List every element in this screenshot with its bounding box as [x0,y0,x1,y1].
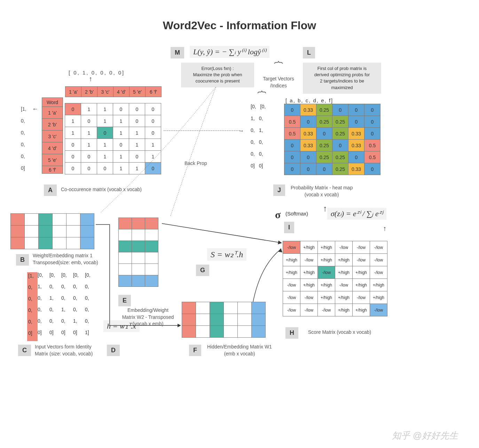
tag-c: C [18,345,31,356]
a-col-headers: 1 'a'2 'b'3 'c'4 'd'5 'e'6 'f' [65,86,162,97]
tag-d: D [107,345,120,356]
j-left-cols: [0,[0,1,0,0,1,0,0,0,0,0]0] [251,104,266,175]
watermark: 知乎 @好好先生 [392,430,458,442]
left-vector: [1,0,0,0,0,0] [21,106,26,177]
l-caption: First col of prob matrix is derived opti… [303,63,381,94]
j-col-labels: [ a, b, c, d, e, f] [285,97,333,103]
formula-softmax: σ(zᵢ) = eᶻⁱ / ∑ⱼ eᶻʲ [327,208,386,220]
e-matrix [118,218,158,287]
b-caption: Weight/Embedding matrix 1 Transposed(siz… [33,252,98,266]
tag-j: J [273,184,285,196]
tag-l: L [303,47,315,58]
a-matrix: 011000101100110110011011001101000110 [65,103,161,174]
h-caption: Score Matrix (vocab x vocab) [308,329,371,336]
formula-loss: L(y, ŷ) = − ∑ᵢ y⁽ⁱ⁾ logŷ⁽ⁱ⁾ [190,46,269,58]
f-matrix [182,302,266,338]
tag-a: A [44,184,57,196]
arrow-right-icon: → [238,128,244,134]
j-matrix: 00.330.250000.500.250.25000.50.3300.250.… [284,104,380,175]
f-caption: Hidden/Embedding Matrix W1 (emb x vocab) [207,344,272,357]
a-row-labels: Word1 'a'2 'b'3 'c'4 'd'5 'e'6 'f' [42,97,63,174]
loss-note: Error(Loss fxn) : Maximize the prob when… [181,63,254,87]
target-label: Target Vectors /Indices [258,76,299,89]
tag-b: B [16,254,29,266]
softmax-label: (Softmax) [285,211,308,217]
arrow-left-icon: ← [32,105,38,113]
top-vector: [ 0, 1, 0, 0, 0, 0] [69,70,125,76]
tag-f: F [189,345,201,356]
brace-icon: ⏞ [258,59,299,76]
b-matrix [10,213,94,249]
tag-e: E [118,295,131,306]
brace-left-icon: ⏞ [258,89,266,105]
arrow-up-j-icon: ↑ [323,204,327,213]
h-matrix: -/low+/high+/high-/low-/low-/low+/high-/… [283,241,387,316]
page-title: Word2Vec - Information Flow [0,19,479,32]
a-caption: Co-occurence matrix (vocab x vocab) [61,186,142,193]
c-matrix: [1,[0,[0,[0,[0,[0,0,1,0,0,0,0,0,0,1,0,0,… [27,272,97,341]
sigma-icon: σ [275,209,281,221]
backprop-label: Back Prop [184,160,207,167]
arrow-a-j [164,131,240,131]
arrow-up-icon: ↑ [89,75,92,83]
j-caption: Probability Matrix - heat map (vocab x v… [291,184,353,198]
arrow-up-sigma-icon: ↑ [383,225,386,233]
c-caption: Input Vectors form Identity Matrix (size… [35,344,93,357]
tag-h: H [285,327,298,339]
tag-i: I [284,222,294,233]
tag-m: M [171,47,184,58]
